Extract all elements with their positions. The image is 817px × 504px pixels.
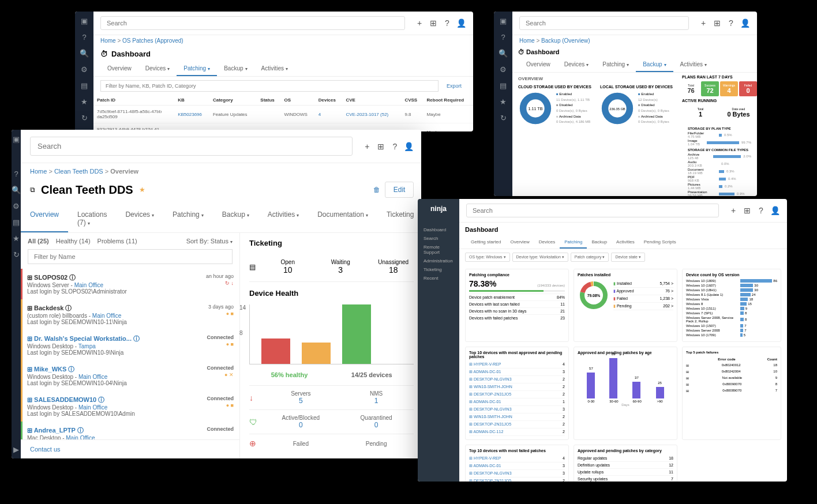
filter-dropdown[interactable]: Patch category ▾ xyxy=(571,253,609,262)
search-input[interactable] xyxy=(466,204,719,217)
legend-item[interactable]: ▮ Approved76 > xyxy=(613,288,673,295)
filter-dropdown[interactable]: Device type: Workstation ▾ xyxy=(512,253,568,262)
gear-icon[interactable]: ⚙ xyxy=(80,65,89,74)
list-item[interactable]: ⊞ ADMAN-DC-013 xyxy=(469,368,565,376)
history-icon[interactable]: ↻ xyxy=(499,113,508,122)
list-item[interactable]: ⊞ DESKTOP-2N31JO52 xyxy=(469,391,565,398)
nav-recent[interactable]: Recent xyxy=(418,274,459,283)
device-item[interactable]: ⊞ SALESADDEMOW10 ⓘWindows Desktop - Main… xyxy=(21,391,239,422)
tab-documentation[interactable]: Documentation xyxy=(308,205,377,232)
nav-administration[interactable]: Administration xyxy=(418,257,459,265)
col-header[interactable]: Reboot Required xyxy=(424,95,473,106)
tab-devices[interactable]: Devices xyxy=(138,62,177,76)
device-item[interactable]: ⊞ Mike_WKS ⓘWindows Desktop - Main Offic… xyxy=(21,360,239,391)
history-icon[interactable]: ↻ xyxy=(12,250,21,259)
search-input[interactable] xyxy=(100,16,405,30)
help-icon[interactable]: ? xyxy=(12,169,21,178)
gear-icon[interactable]: ⚙ xyxy=(12,201,21,210)
tab-backup[interactable]: Backup xyxy=(587,236,612,249)
user-icon[interactable]: 👤 xyxy=(403,141,414,152)
tab-activities[interactable]: Activities xyxy=(612,236,639,249)
doc-icon[interactable]: ▤ xyxy=(499,81,508,90)
nav-search[interactable]: Search xyxy=(418,234,459,243)
edit-button[interactable]: Edit xyxy=(385,182,414,198)
expand-icon[interactable]: ▶ xyxy=(12,445,21,454)
help-icon[interactable]: ? xyxy=(80,32,89,42)
help-icon[interactable]: ? xyxy=(726,18,736,28)
gear-icon[interactable]: ⚙ xyxy=(499,65,508,74)
user-icon[interactable]: 👤 xyxy=(770,205,780,216)
tab-activities[interactable]: Activities xyxy=(673,58,714,72)
tab-backup[interactable]: Backup xyxy=(217,62,254,76)
filter-all[interactable]: All (25) xyxy=(28,238,49,245)
doc-icon[interactable]: ▤ xyxy=(80,81,89,90)
filter-dropdown[interactable]: Device state ▾ xyxy=(611,253,644,262)
help-icon[interactable]: ? xyxy=(389,141,400,152)
logo-icon[interactable]: ▣ xyxy=(12,134,21,144)
col-header[interactable]: CVE xyxy=(342,95,401,106)
star-icon[interactable]: ★ xyxy=(139,186,145,194)
doc-icon[interactable]: ▤ xyxy=(12,217,21,227)
list-item[interactable]: ⊞ ADMAN-DC-1122 xyxy=(469,428,565,436)
export-button[interactable]: Export xyxy=(442,81,466,91)
device-item[interactable]: ⊞ Backdesk ⓘ(custom role) billboards - M… xyxy=(21,299,239,330)
list-item[interactable]: ⊞ HYPER-V-REP4 xyxy=(469,361,565,368)
device-item[interactable]: ⊞ Dr. Walsh's Special Workstatio... ⓘWin… xyxy=(21,330,239,360)
col-header[interactable]: Category xyxy=(209,95,257,106)
contact-link[interactable]: Contact us xyxy=(21,439,239,458)
search-input[interactable] xyxy=(30,137,353,156)
tab-activities[interactable]: Activities xyxy=(254,62,295,76)
tab-overview[interactable]: Overview xyxy=(21,205,68,232)
history-icon[interactable]: ↻ xyxy=(80,113,89,122)
help-icon[interactable]: ? xyxy=(499,32,508,42)
table-row[interactable]: 7d5c9bef-8711-48f5-a58c-47bbda25d509KB50… xyxy=(93,106,473,123)
legend-item[interactable]: ▮ Failed1,238 > xyxy=(613,295,673,303)
tab-patching[interactable]: Patching xyxy=(595,58,636,72)
tab-ticketing[interactable]: Ticketing xyxy=(377,205,421,232)
tab-locations-7-[interactable]: Locations (7) xyxy=(68,205,116,232)
tab-activities[interactable]: Activities xyxy=(258,205,308,232)
help-icon[interactable]: ? xyxy=(442,18,452,28)
col-header[interactable]: OS xyxy=(281,95,315,106)
apps-icon[interactable]: ⊞ xyxy=(712,18,722,28)
device-item[interactable]: ⊞ SLOPOS02 ⓘWindows Server - Main Office… xyxy=(21,269,239,299)
tab-devices[interactable]: Devices xyxy=(116,205,163,232)
tab-patching[interactable]: Patching xyxy=(560,236,587,249)
apps-icon[interactable]: ⊞ xyxy=(742,205,752,216)
help-icon[interactable]: ? xyxy=(756,205,766,216)
list-item[interactable]: ⊞ DESKTOP-2N31JO52 xyxy=(469,421,565,428)
tab-devices[interactable]: Devices xyxy=(534,236,560,249)
list-item[interactable]: ⊞ WIN10-SMITH-JOHN2 xyxy=(469,383,565,391)
filter-dropdown[interactable]: OS type: Windows ▾ xyxy=(465,253,510,262)
filter-problems[interactable]: Problems (11) xyxy=(98,238,137,245)
name-filter-input[interactable] xyxy=(28,249,233,264)
tab-devices[interactable]: Devices xyxy=(557,58,596,72)
list-item[interactable]: ⊞ DESKTOP-2N31JO52 xyxy=(469,477,565,482)
col-header[interactable]: KB xyxy=(174,95,209,106)
list-item[interactable]: ⊞ WIN10-SMITH-JOHN2 xyxy=(469,413,565,421)
user-icon[interactable]: 👤 xyxy=(456,18,466,28)
add-icon[interactable]: + xyxy=(698,18,709,28)
logo-icon[interactable]: ▣ xyxy=(80,16,89,25)
tab-getting-started[interactable]: Getting started xyxy=(466,236,505,249)
tab-patching[interactable]: Patching xyxy=(177,62,217,76)
search-input[interactable] xyxy=(519,16,689,30)
list-item[interactable]: ⊞ DESKTOP-NLGVIN33 xyxy=(469,406,565,413)
search-icon[interactable]: 🔍 xyxy=(499,48,508,58)
filter-input[interactable] xyxy=(100,80,439,92)
list-item[interactable]: ⊞ DESKTOP-NLGVIN33 xyxy=(469,470,565,477)
nav-remote-support[interactable]: Remote Support xyxy=(418,243,459,257)
star-icon[interactable]: ★ xyxy=(499,97,508,106)
list-item[interactable]: ⊞ ADMAN-DC-011 xyxy=(469,398,565,406)
tab-backup[interactable]: Backup xyxy=(213,205,258,232)
nav-dashboard[interactable]: Dashboard xyxy=(418,225,459,234)
star-icon[interactable]: ★ xyxy=(12,234,21,243)
add-icon[interactable]: + xyxy=(728,205,739,216)
list-item[interactable]: ⊞ HYPER-V-REP4 xyxy=(469,455,565,462)
list-item[interactable]: ⊞ DESKTOP-NLGVIN32 xyxy=(469,376,565,383)
legend-item[interactable]: ▮ Installed5,754 > xyxy=(613,280,673,288)
list-item[interactable]: ⊞ ADMAN-DC-013 xyxy=(469,462,565,470)
sort-dropdown[interactable]: Sort By: Status xyxy=(186,238,233,245)
apps-icon[interactable]: ⊞ xyxy=(376,141,386,152)
legend-item[interactable]: ▮ Pending202 > xyxy=(613,303,673,310)
